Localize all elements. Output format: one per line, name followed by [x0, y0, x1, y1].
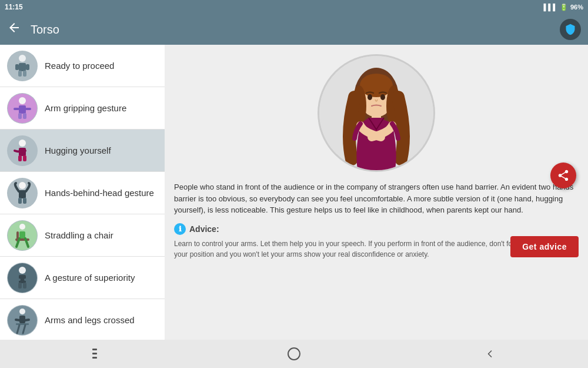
svg-rect-11 — [25, 108, 31, 110]
svg-rect-13 — [23, 113, 26, 119]
sidebar-item-gesture-superiority[interactable]: A gesture of superiority — [0, 257, 165, 299]
svg-point-35 — [19, 309, 25, 314]
svg-point-25 — [19, 224, 25, 230]
avatar-gesture-superiority — [7, 263, 38, 293]
svg-rect-4 — [26, 64, 29, 70]
svg-rect-9 — [19, 105, 26, 114]
svg-rect-17 — [18, 155, 22, 161]
sidebar-item-arm-gripping[interactable]: Arm gripping gesture — [0, 87, 165, 130]
nav-home-button[interactable] — [276, 343, 312, 364]
sidebar-item-ready-to-proceed[interactable]: Ready to proceed — [0, 45, 165, 87]
avatar-hugging-yourself — [7, 135, 38, 166]
sidebar: Ready to proceed Arm gripping gesture — [0, 45, 165, 340]
svg-rect-32 — [18, 283, 22, 289]
svg-rect-23 — [23, 198, 26, 204]
toolbar: Torso — [0, 14, 588, 45]
advice-section: ℹ Advice: Learn to control your arms. Le… — [174, 223, 579, 260]
sidebar-item-arms-legs-crossed[interactable]: Arms and legs crossed — [0, 299, 165, 340]
svg-point-1 — [19, 55, 26, 62]
share-fab-button[interactable] — [550, 163, 576, 188]
battery-icon: 🔋 — [560, 4, 568, 11]
svg-rect-28 — [19, 231, 25, 238]
advice-icon: ℹ — [174, 223, 186, 235]
svg-rect-5 — [18, 71, 22, 77]
status-right: ▌▌▌ 🔋 96% — [544, 4, 583, 11]
svg-rect-18 — [23, 155, 26, 161]
svg-rect-2 — [19, 63, 26, 71]
signal-icon: ▌▌▌ — [544, 4, 557, 11]
svg-rect-6 — [23, 71, 26, 77]
svg-rect-22 — [18, 198, 22, 204]
battery-level: 96% — [570, 4, 583, 11]
svg-rect-49 — [92, 357, 97, 359]
svg-point-50 — [288, 348, 300, 360]
avatar-arms-legs-crossed — [7, 305, 38, 336]
svg-point-15 — [19, 140, 26, 147]
sidebar-label-hands-behind-head: Hands-behind-head gesture — [45, 187, 154, 199]
advice-text: Learn to control your arms. Let them hel… — [174, 238, 579, 260]
status-bar: 11:15 ▌▌▌ 🔋 96% — [0, 0, 588, 14]
avatar-ready-to-proceed — [7, 51, 38, 81]
main-content: Ready to proceed Arm gripping gesture — [0, 45, 588, 340]
toolbar-title: Torso — [31, 23, 550, 37]
sidebar-item-straddling-chair[interactable]: Straddling a chair — [0, 214, 165, 257]
bottom-navigation — [0, 340, 588, 368]
description-text: People who stand in front of the audienc… — [174, 181, 579, 216]
sidebar-label-arms-legs-crossed: Arms and legs crossed — [45, 314, 135, 326]
nav-back-button[interactable] — [472, 343, 507, 364]
svg-point-45 — [368, 94, 372, 100]
avatar-hands-behind-head — [7, 178, 38, 208]
sidebar-item-hands-behind-head[interactable]: Hands-behind-head gesture — [0, 172, 165, 214]
svg-point-8 — [19, 97, 26, 104]
svg-point-20 — [19, 182, 26, 189]
sidebar-label-ready-to-proceed: Ready to proceed — [45, 60, 114, 72]
avatar-straddling-chair — [7, 220, 38, 251]
svg-rect-3 — [15, 64, 19, 70]
status-time: 11:15 — [5, 3, 23, 11]
svg-rect-27 — [15, 238, 29, 241]
svg-rect-12 — [18, 113, 22, 119]
svg-rect-37 — [16, 323, 29, 325]
sidebar-label-arm-gripping: Arm gripping gesture — [45, 102, 126, 114]
nav-menu-button[interactable] — [81, 343, 116, 364]
sidebar-label-hugging-yourself: Hugging yourself — [45, 145, 111, 157]
character-illustration — [318, 54, 435, 172]
avatar-arm-gripping — [7, 93, 38, 124]
svg-rect-10 — [14, 108, 19, 110]
detail-panel: People who stand in front of the audienc… — [165, 45, 588, 340]
sidebar-label-straddling-chair: Straddling a chair — [45, 230, 113, 241]
premium-icon-button[interactable] — [560, 19, 581, 40]
svg-rect-33 — [23, 283, 26, 289]
svg-point-46 — [380, 94, 385, 100]
svg-rect-47 — [92, 349, 97, 350]
back-button[interactable] — [7, 21, 21, 38]
sidebar-item-hugging-yourself[interactable]: Hugging yourself — [0, 130, 165, 172]
sidebar-label-gesture-superiority: A gesture of superiority — [45, 272, 135, 284]
advice-label: ℹ Advice: — [174, 223, 579, 235]
svg-point-30 — [19, 267, 26, 274]
get-advice-button[interactable]: Get advice — [510, 236, 579, 257]
svg-rect-48 — [92, 353, 97, 354]
